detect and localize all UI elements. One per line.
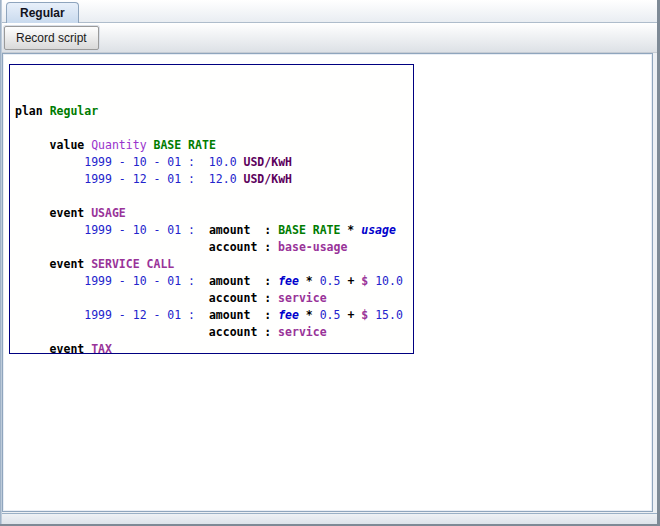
script-line xyxy=(15,188,413,205)
script-line: event SERVICE CALL xyxy=(15,256,413,273)
script-line: 1999 - 10 - 01 : amount : BASE RATE * us… xyxy=(15,222,413,239)
script-line: account : service xyxy=(15,324,413,341)
script-line: 1999 - 12 - 01 : amount : fee * 0.5 + $ … xyxy=(15,307,413,324)
script-line: account : service xyxy=(15,290,413,307)
toolbar: Record script xyxy=(2,23,657,53)
content-area: plan Regular value Quantity BASE RATE 19… xyxy=(2,53,653,512)
script-line: 1999 - 10 - 01 : amount : fee * 0.5 + $ … xyxy=(15,273,413,290)
script-line: plan Regular xyxy=(15,103,413,120)
script-text: plan Regular value Quantity BASE RATE 19… xyxy=(15,103,413,354)
script-line: 1999 - 10 - 01 : 10.0 USD/KwH xyxy=(15,154,413,171)
script-line: event TAX xyxy=(15,341,413,354)
bottom-strip xyxy=(0,513,657,524)
window-left-edge xyxy=(0,0,2,526)
tab-bar: Regular xyxy=(0,0,660,23)
script-line: event USAGE xyxy=(15,205,413,222)
record-script-button[interactable]: Record script xyxy=(4,26,99,50)
tab-regular[interactable]: Regular xyxy=(6,2,79,23)
script-line: value Quantity BASE RATE xyxy=(15,137,413,154)
script-line xyxy=(15,120,413,137)
script-panel[interactable]: plan Regular value Quantity BASE RATE 19… xyxy=(9,64,414,354)
script-line: account : base-usage xyxy=(15,239,413,256)
script-line: 1999 - 12 - 01 : 12.0 USD/KwH xyxy=(15,171,413,188)
app-window: Regular Record script plan Regular value… xyxy=(0,0,660,526)
